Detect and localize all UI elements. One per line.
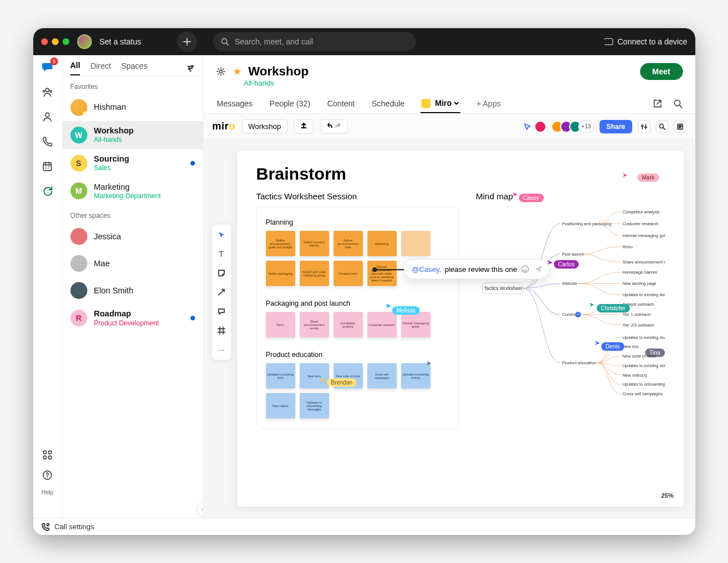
share-button[interactable]: Share (600, 120, 632, 133)
sidebar-item-mae[interactable]: Mae (63, 250, 203, 277)
sticky-note[interactable]: Share announcement results (300, 312, 329, 337)
collaborator-avatars[interactable]: +13 (538, 120, 594, 133)
nav-messaging[interactable]: 5 (41, 61, 54, 73)
svg-text:+: + (576, 312, 579, 318)
tool-line[interactable] (216, 287, 227, 298)
sticky-note[interactable]: Marketing (367, 231, 397, 256)
miro-canvas[interactable]: Brainstorm ➤ Mark Tactics Worksheet Sess… (237, 151, 684, 507)
avatar (70, 282, 87, 299)
nav-calling[interactable] (41, 135, 54, 148)
tool-comment[interactable] (216, 306, 227, 317)
sidebar-item-roadmap[interactable]: R Roadmap Product Development (63, 304, 203, 332)
nav-refresh[interactable] (41, 185, 54, 197)
sidebar-item-hishman[interactable]: Hishman (63, 94, 203, 121)
tab-schedule[interactable]: Schedule (371, 95, 406, 113)
sidebar-item-jessica[interactable]: Jessica (63, 223, 203, 250)
nav-apps[interactable] (41, 449, 54, 461)
tab-content[interactable]: Content (326, 95, 356, 113)
search-space-icon[interactable] (673, 99, 683, 109)
nav-teams[interactable] (41, 86, 54, 98)
sticky-note[interactable]: Competitor analysis (334, 312, 363, 337)
settings-sliders-icon[interactable] (638, 120, 650, 133)
plus-icon (183, 37, 192, 46)
redo-icon (335, 122, 341, 129)
board-name-chip[interactable]: Workshop (242, 119, 287, 133)
sticky-note[interactable]: Creative brief (334, 261, 363, 286)
sticky-note[interactable]: Define success metrics (300, 231, 329, 256)
line-icon (217, 288, 225, 296)
item-sub: Marketing Department (94, 192, 161, 200)
mindmap-column: Mind map ➤ Casey Tina Tactics Worksheet (476, 188, 665, 429)
tab-people[interactable]: People (32) (268, 95, 311, 113)
emoji-icon[interactable] (521, 265, 530, 274)
mindmap[interactable]: Tactics Worksheet (476, 188, 665, 429)
undo-redo[interactable] (320, 119, 348, 133)
space-subtitle[interactable]: All-hands (203, 79, 695, 91)
filter-icon[interactable] (186, 64, 195, 73)
group-education-heading: Product education (266, 351, 450, 359)
call-settings-icon[interactable] (41, 522, 50, 531)
nav-help[interactable] (41, 469, 54, 481)
connect-device-button[interactable]: Connect to a device (604, 37, 687, 46)
sticky-note[interactable]: Define announcement date (334, 231, 363, 256)
svg-rect-9 (48, 456, 51, 459)
minimize-icon[interactable] (52, 38, 59, 45)
send-icon[interactable] (533, 264, 543, 274)
sticky-note[interactable]: Internal messaging guide (401, 312, 430, 337)
window-controls[interactable] (41, 38, 69, 45)
sticky-note[interactable]: Cross sell campaigns (367, 363, 397, 388)
activity-icon[interactable] (674, 120, 686, 133)
pop-out-icon[interactable] (652, 99, 663, 109)
export-button[interactable] (294, 119, 313, 133)
nav-contacts[interactable] (41, 110, 54, 123)
new-button[interactable] (177, 32, 197, 52)
spaces-sidebar: All Direct Spaces Favorites Hishman W Wo… (63, 55, 203, 518)
tab-add-apps[interactable]: + Apps (475, 95, 501, 113)
people-outline-icon (42, 86, 53, 97)
svg-rect-7 (48, 451, 51, 454)
cursor-presence-icon[interactable] (523, 122, 532, 131)
tool-select[interactable] (216, 229, 227, 240)
sticky-note[interactable]: New videos (266, 393, 295, 418)
favorite-star-icon[interactable]: ★ (233, 65, 242, 78)
zoom-indicator[interactable]: 25% (661, 492, 673, 499)
sticky-note[interactable]: Review announcement plan with wider prod… (367, 261, 397, 286)
board-search-icon[interactable] (656, 120, 668, 133)
inline-comment[interactable]: @Casey, please review this one (403, 259, 549, 279)
status-button[interactable]: Set a status (100, 37, 141, 46)
sticky-note[interactable]: Retro (266, 312, 295, 337)
svg-rect-6 (43, 451, 46, 454)
tool-text[interactable]: T (216, 248, 227, 260)
sidebar-item-marketing[interactable]: M Marketing Marketing Department (63, 177, 203, 205)
maximize-icon[interactable] (63, 38, 69, 45)
sticky-note[interactable]: Define announcement, goals and budget (266, 231, 295, 256)
tab-spaces[interactable]: Spaces (121, 61, 148, 75)
sticky-note[interactable]: Updates to onboarding messages (300, 393, 329, 418)
tab-messages[interactable]: Messages (216, 95, 254, 113)
sidebar-item-sourcing[interactable]: S Sourcing Sales (63, 149, 203, 177)
sticky-note[interactable]: Define packaging (266, 261, 295, 286)
call-settings-label[interactable]: Call settings (55, 522, 95, 531)
tab-all[interactable]: All (70, 61, 81, 75)
sticky-note[interactable]: Updates to existing docs (266, 363, 295, 388)
gear-icon[interactable] (216, 66, 226, 77)
sidebar-item-elon[interactable]: Elon Smith (63, 277, 203, 304)
mm-leaf: Updates to existing docs (622, 335, 664, 340)
sticky-note[interactable]: Kickoff with wider marketing group (300, 261, 329, 286)
miro-brand: miro (212, 120, 236, 132)
sidebar-item-workshop[interactable]: W Workshop All-hands (63, 121, 203, 149)
nav-meetings[interactable]: 17 (41, 160, 54, 172)
mm-leaf: Internal messaging guide (622, 233, 664, 238)
tab-miro[interactable]: Miro (420, 94, 460, 113)
close-icon[interactable] (41, 38, 48, 45)
tool-more[interactable]: ··· (216, 344, 227, 355)
tab-direct[interactable]: Direct (90, 61, 111, 75)
tool-sticky[interactable] (216, 267, 227, 279)
global-search[interactable]: Search, meet, and call (213, 32, 416, 51)
sticky-note[interactable]: Customer research (367, 312, 397, 337)
meet-button[interactable]: Meet (640, 63, 683, 80)
cursor-tina-icon: ➤ (426, 359, 432, 367)
user-avatar[interactable] (77, 34, 92, 49)
sticky-note[interactable] (401, 231, 430, 256)
tool-frame[interactable] (216, 325, 227, 336)
